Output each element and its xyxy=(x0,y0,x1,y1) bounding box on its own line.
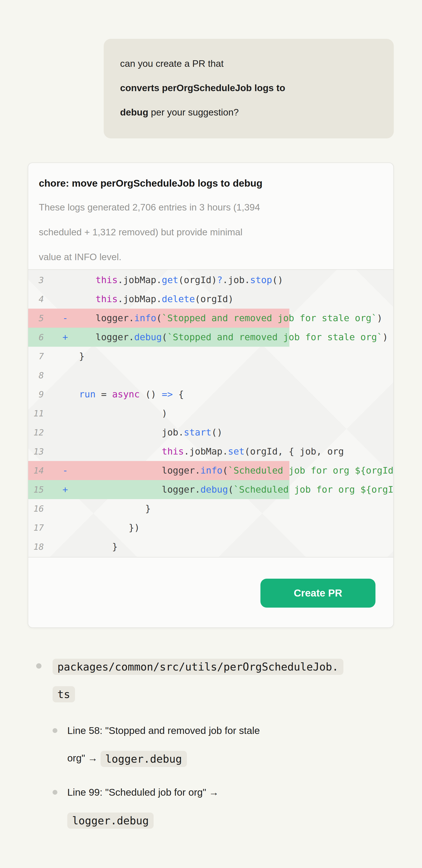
diff-row: 12 job.start() xyxy=(28,423,393,442)
line-number: 18 xyxy=(28,537,62,556)
line-number: 6 xyxy=(28,328,62,347)
description-line: value at INFO level. xyxy=(39,245,383,269)
code-segment xyxy=(68,484,162,495)
list-item-content: Line 99: "Scheduled job for org" →logger… xyxy=(67,779,394,834)
pr-card-footer: Create PR xyxy=(28,557,393,627)
nested-list: Line 58: "Stopped and removed job for st… xyxy=(53,717,394,834)
line-number: 4 xyxy=(28,289,62,309)
description-line: These logs generated 2,706 entries in 3 … xyxy=(39,195,383,220)
list-item: Line 58: "Stopped and removed job for st… xyxy=(53,717,394,772)
notes-list: packages/common/src/utils/perOrgSchedule… xyxy=(36,652,394,840)
description-line: scheduled + 1,312 removed) but provide m… xyxy=(39,220,383,245)
message-line: can you create a PR that xyxy=(120,51,378,76)
line-number: 3 xyxy=(28,271,62,289)
pr-card: chore: move perOrgScheduleJob logs to de… xyxy=(28,162,394,628)
code-segment: logger. xyxy=(95,313,134,323)
inline-code-chip: ts xyxy=(53,686,75,702)
code-segment: ( xyxy=(156,313,162,323)
list-item-content: Line 58: "Stopped and removed job for st… xyxy=(67,717,394,772)
code-segment xyxy=(62,294,95,304)
code-segment: set xyxy=(228,446,244,457)
code-segment: ( xyxy=(228,484,234,495)
code-segment: = xyxy=(95,389,112,400)
code-segment: `Stopped and removed job for stale org` xyxy=(162,313,377,323)
code-segment: delete xyxy=(162,294,195,304)
line-number: 11 xyxy=(28,404,62,423)
code-segment: logger. xyxy=(162,465,201,476)
diff-row: 3 this.jobMap.get(orgId)?.job.stop() xyxy=(28,271,393,289)
code-segment: ) xyxy=(377,313,383,323)
line-number: 5 xyxy=(28,309,62,328)
message-line: converts perOrgScheduleJob logs to xyxy=(120,76,378,100)
diff-row: 4 this.jobMap.delete(orgId) xyxy=(28,289,393,309)
create-pr-button[interactable]: Create PR xyxy=(261,579,375,608)
line-number: 9 xyxy=(28,385,62,404)
code-segment: }) xyxy=(62,522,140,533)
code-segment: this xyxy=(162,446,184,457)
code-segment: ( xyxy=(162,332,168,342)
code-segment xyxy=(62,446,162,457)
code-segment: `Scheduled job for org ${orgId}` xyxy=(228,465,393,476)
message-segment: debug xyxy=(120,107,148,117)
diff-row: 15+ logger.debug(`Scheduled job for org … xyxy=(28,480,393,499)
code-segment: () xyxy=(272,275,283,285)
code-segment: () xyxy=(140,389,162,400)
code-segment xyxy=(62,427,162,438)
code-segment: .jobMap. xyxy=(118,275,162,285)
code-segment: .job. xyxy=(222,275,250,285)
diff-plus-marker-icon: + xyxy=(62,484,68,495)
code-segment: this xyxy=(95,294,118,304)
code-segment: } xyxy=(62,351,85,362)
code-segment xyxy=(68,332,95,342)
line-number: 7 xyxy=(28,347,62,366)
line-number: 14 xyxy=(28,461,62,480)
line-number: 12 xyxy=(28,423,62,442)
inline-code-chip: packages/common/src/utils/perOrgSchedule… xyxy=(53,659,343,675)
list-item-content: packages/common/src/utils/perOrgSchedule… xyxy=(53,652,394,840)
diff-row: 17 }) xyxy=(28,518,393,537)
note-line: packages/common/src/utils/perOrgSchedule… xyxy=(53,652,394,680)
code-segment: (orgId, { job, org xyxy=(244,446,344,457)
diff-minus-marker-icon: - xyxy=(62,313,68,323)
note-line: org" → logger.debug xyxy=(67,744,394,772)
message-line: debug per your suggestion? xyxy=(120,100,378,124)
bullet-icon xyxy=(53,728,57,733)
bullet-icon xyxy=(53,790,57,795)
diff-code-block[interactable]: 3 this.jobMap.get(orgId)?.job.stop()4 th… xyxy=(28,269,393,557)
line-number: 15 xyxy=(28,480,62,499)
code-segment: } xyxy=(62,503,151,514)
code-segment: async xyxy=(112,389,140,400)
code-segment: .jobMap. xyxy=(184,446,228,457)
message-segment: can you create a PR that xyxy=(120,58,223,69)
code-segment: info xyxy=(134,313,156,323)
pr-title: chore: move perOrgScheduleJob logs to de… xyxy=(39,178,383,189)
code-segment: this xyxy=(95,275,118,285)
chat-page: can you create a PR thatconverts perOrgS… xyxy=(0,39,422,840)
user-message-text: can you create a PR thatconverts perOrgS… xyxy=(120,51,378,124)
diff-plus-marker-icon: + xyxy=(62,332,68,342)
diff-row: 18 } xyxy=(28,537,393,556)
note-line: ts xyxy=(53,680,394,707)
code-segment: ? xyxy=(217,275,222,285)
code-segment: stop xyxy=(250,275,272,285)
message-segment: converts perOrgScheduleJob logs to xyxy=(120,83,285,93)
code-segment: => xyxy=(162,389,173,400)
code-segment: } xyxy=(62,541,118,552)
code-segment: debug xyxy=(134,332,161,342)
diff-row: 14- logger.info(`Scheduled job for org $… xyxy=(28,461,393,480)
list-item: Line 99: "Scheduled job for org" →logger… xyxy=(53,779,394,834)
code-segment: logger. xyxy=(95,332,134,342)
diff-row: 13 this.jobMap.set(orgId, { job, org xyxy=(28,442,393,461)
diff-row: 8 xyxy=(28,366,393,385)
diff-minus-marker-icon: - xyxy=(62,465,68,476)
note-text: org" → xyxy=(67,752,100,764)
code-segment: run xyxy=(79,389,96,400)
code-segment: ) xyxy=(383,332,388,342)
inline-code-chip: logger.debug xyxy=(67,812,154,829)
code-segment xyxy=(62,275,95,285)
bullet-icon xyxy=(36,663,41,669)
diff-row: 9 run = async () => { xyxy=(28,385,393,404)
code-segment: () xyxy=(211,427,222,438)
code-segment xyxy=(68,313,95,323)
code-segment: `Scheduled job for org ${orgId}` xyxy=(234,484,393,495)
